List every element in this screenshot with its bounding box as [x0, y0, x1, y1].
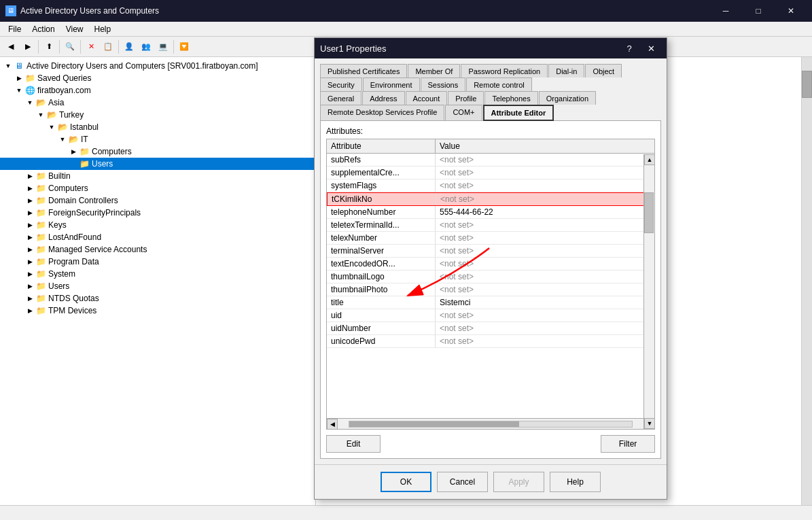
table-row[interactable]: subRefs<not set> [327, 154, 654, 167]
up-button[interactable]: ⬆ [41, 39, 57, 55]
tree-item-msa[interactable]: ▶ 📁 Managed Service Accounts [0, 243, 315, 256]
apply-button[interactable]: Apply [493, 472, 544, 492]
system-expander[interactable]: ▶ [24, 268, 35, 279]
tab-profile[interactable]: Profile [448, 91, 484, 105]
table-row[interactable]: textEncodedOR...<not set> [327, 258, 654, 271]
tpm-expander[interactable]: ▶ [24, 305, 35, 316]
h-scroll-track[interactable] [349, 421, 633, 428]
tab-telephones[interactable]: Telephones [484, 91, 537, 105]
table-row[interactable]: uid<not set> [327, 309, 654, 322]
table-row[interactable]: systemFlags<not set> [327, 179, 654, 192]
tab-organization[interactable]: Organization [539, 91, 596, 105]
main-scroll-thumb[interactable] [802, 71, 812, 98]
tree-item-system[interactable]: ▶ 📁 System [0, 268, 315, 280]
msa-expander[interactable]: ▶ [24, 244, 35, 255]
table-row[interactable]: uidNumber<not set> [327, 322, 654, 335]
table-row[interactable]: terminalServer<not set> [327, 245, 654, 258]
tab-password-replication[interactable]: Password Replication [461, 64, 548, 78]
scroll-arrow-down[interactable]: ▼ [644, 418, 655, 429]
h-scroll-left[interactable]: ◀ [327, 419, 338, 430]
close-button[interactable]: ✕ [775, 0, 807, 22]
forward-button[interactable]: ▶ [20, 39, 36, 55]
dialog-close-button[interactable]: ✕ [641, 40, 661, 56]
table-row[interactable]: thumbnailLogo<not set> [327, 271, 654, 283]
new-user-button[interactable]: 👤 [121, 39, 137, 55]
tree-item-laf[interactable]: ▶ 📁 LostAndFound [0, 231, 315, 243]
tree-item-istanbul[interactable]: ▼ 📂 Istanbul [0, 121, 315, 133]
menu-view[interactable]: View [60, 23, 89, 35]
asia-expander[interactable]: ▼ [24, 97, 35, 108]
tab-dial-in[interactable]: Dial-in [548, 64, 584, 78]
tree-item-turkey[interactable]: ▼ 📂 Turkey [0, 109, 315, 121]
table-row[interactable]: tCKimlikNo<not set> [327, 192, 654, 206]
attr-scrollbar-h[interactable]: ◀ ▶ [327, 418, 654, 429]
tab-security[interactable]: Security [320, 77, 362, 92]
ntds-expander[interactable]: ▶ [24, 293, 35, 304]
laf-expander[interactable]: ▶ [24, 232, 35, 243]
table-row[interactable]: titleSistemci [327, 296, 654, 309]
scroll-thumb[interactable] [644, 192, 654, 233]
keys-expander[interactable]: ▶ [24, 220, 35, 230]
edit-button[interactable]: Edit [326, 435, 381, 453]
tree-item-computers-domain[interactable]: ▶ 📁 Computers [0, 182, 315, 194]
tab-rdp-profile[interactable]: Remote Desktop Services Profile [320, 105, 444, 121]
users-it-expander[interactable] [68, 158, 79, 169]
tree-item-keys[interactable]: ▶ 📁 Keys [0, 219, 315, 231]
tree-item-asia[interactable]: ▼ 📂 Asia [0, 97, 315, 109]
new-group-button[interactable]: 👥 [138, 39, 154, 55]
back-button[interactable]: ◀ [3, 39, 19, 55]
attr-scrollbar-v[interactable]: ▲ ▼ [643, 154, 654, 429]
menu-file[interactable]: File [3, 23, 27, 35]
tab-address[interactable]: Address [362, 91, 404, 105]
turkey-expander[interactable]: ▼ [35, 109, 46, 120]
table-row[interactable]: supplementalCre...<not set> [327, 167, 654, 179]
tree-item-users-domain[interactable]: ▶ 📁 Users [0, 280, 315, 292]
tree-root-expander[interactable]: ▼ [3, 60, 14, 71]
tree-item-users-it[interactable]: 📁 Users [0, 158, 315, 170]
tree-item-fsp[interactable]: ▶ 📁 ForeignSecurityPrincipals [0, 207, 315, 219]
table-row[interactable]: thumbnailPhoto<not set> [327, 283, 654, 296]
fsp-expander[interactable]: ▶ [24, 207, 35, 218]
tree-item-saved-queries[interactable]: ▶ 📁 Saved Queries [0, 72, 315, 84]
table-row[interactable]: telephoneNumber555-444-66-22 [327, 206, 654, 219]
tree-item-domain[interactable]: ▼ 🌐 firatboyan.com [0, 84, 315, 97]
istanbul-expander[interactable]: ▼ [46, 122, 57, 133]
it-expander[interactable]: ▼ [57, 134, 68, 145]
tab-general[interactable]: General [320, 91, 361, 105]
domain-expander[interactable]: ▼ [14, 85, 24, 96]
programdata-expander[interactable]: ▶ [24, 256, 35, 267]
tab-remote-control[interactable]: Remote control [466, 77, 532, 92]
main-scrollbar[interactable] [801, 57, 812, 505]
properties-button[interactable]: 📋 [100, 39, 116, 55]
users-domain-expander[interactable]: ▶ [24, 281, 35, 292]
dc-expander[interactable]: ▶ [24, 195, 35, 206]
table-row[interactable]: telexNumber<not set> [327, 232, 654, 245]
menu-help[interactable]: Help [89, 23, 117, 35]
dialog-help-button[interactable]: ? [619, 40, 639, 56]
tree-item-it[interactable]: ▼ 📂 IT [0, 133, 315, 145]
delete-button[interactable]: ✕ [83, 39, 99, 55]
tab-sessions[interactable]: Sessions [421, 77, 466, 92]
tab-member-of[interactable]: Member Of [408, 64, 460, 78]
tree-item-builtin[interactable]: ▶ 📁 Builtin [0, 170, 315, 182]
tab-account[interactable]: Account [406, 91, 448, 105]
minimize-button[interactable]: ─ [710, 0, 741, 22]
tab-published-certs[interactable]: Published Certificates [320, 64, 407, 78]
computers-it-expander[interactable]: ▶ [68, 146, 79, 157]
builtin-expander[interactable]: ▶ [24, 171, 35, 181]
help-footer-button[interactable]: Help [550, 472, 601, 492]
attr-table-body[interactable]: subRefs<not set>supplementalCre...<not s… [327, 154, 654, 418]
filter-button[interactable]: 🔽 [176, 39, 192, 55]
cancel-button[interactable]: Cancel [437, 472, 488, 492]
tree-item-programdata[interactable]: ▶ 📁 Program Data [0, 256, 315, 268]
search-button[interactable]: 🔍 [62, 39, 78, 55]
table-row[interactable]: teletexTerminalId...<not set> [327, 219, 654, 232]
h-scroll-thumb[interactable] [349, 421, 519, 427]
new-computer-button[interactable]: 💻 [155, 39, 171, 55]
scroll-arrow-up[interactable]: ▲ [644, 154, 655, 165]
tree-item-ntds[interactable]: ▶ 📁 NTDS Quotas [0, 292, 315, 305]
table-row[interactable]: unicodePwd<not set> [327, 335, 654, 348]
tab-com[interactable]: COM+ [445, 105, 482, 121]
computers-domain-expander[interactable]: ▶ [24, 183, 35, 194]
tab-object[interactable]: Object [585, 64, 622, 78]
